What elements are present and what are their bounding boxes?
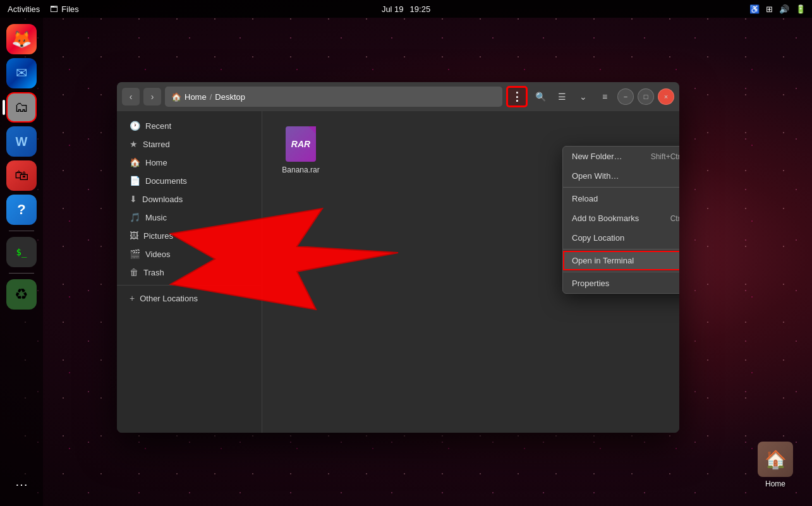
forward-button[interactable]: › <box>143 88 161 105</box>
dock-item-recycle[interactable]: ♻ <box>6 279 37 310</box>
ctx-add-bookmarks-label: Add to Bookmarks <box>572 214 639 223</box>
firefox-icon: 🦊 <box>11 30 32 49</box>
dock-item-terminal[interactable]: $_ <box>6 237 37 267</box>
dock-item-writer[interactable]: W <box>6 126 37 157</box>
terminal-icon: $_ <box>16 247 27 257</box>
ctx-separator-3 <box>563 272 679 272</box>
battery-icon[interactable]: 🔋 <box>796 4 806 14</box>
ctx-separator-1 <box>563 187 679 188</box>
app-indicator: 🗔 Files <box>50 4 78 14</box>
ctx-open-with[interactable]: Open With… <box>563 166 679 186</box>
desktop-home-label: Home <box>765 479 785 488</box>
ctx-new-folder-shortcut: Shift+Ctrl+N <box>651 152 679 161</box>
application-dock: 🦊 ✉ 🗂 W 🛍 ? $_ ♻ ⋯ <box>0 18 43 506</box>
sidebar-item-documents[interactable]: 📄 Documents <box>119 172 259 190</box>
recent-icon: 🕐 <box>130 121 140 131</box>
ctx-properties[interactable]: Properties <box>563 274 679 293</box>
file-item-banana-rar[interactable]: RAR Banana.rar <box>272 121 329 179</box>
documents-icon: 📄 <box>130 176 140 186</box>
appgrid-icon: ⋯ <box>15 477 28 492</box>
appstore-icon: 🛍 <box>15 167 28 184</box>
ctx-add-bookmarks-shortcut: Ctrl+D <box>670 214 679 223</box>
sidebar-label-documents: Documents <box>145 176 187 186</box>
ctx-copy-location-label: Copy Location <box>572 233 624 243</box>
accessibility-icon[interactable]: ♿ <box>749 4 760 14</box>
sidebar-item-home[interactable]: 🏠 Home <box>119 154 259 171</box>
desktop-home-icon: 🏠 <box>758 442 793 477</box>
thunderbird-icon: ✉ <box>16 65 27 81</box>
recycle-icon: ♻ <box>15 286 28 303</box>
back-button[interactable]: ‹ <box>122 88 140 105</box>
help-icon: ? <box>17 202 25 218</box>
view-toggle-button[interactable]: ☰ <box>553 88 571 105</box>
dock-item-appgrid[interactable]: ⋯ <box>6 469 37 500</box>
breadcrumb[interactable]: 🏠 Home / Desktop <box>165 87 502 107</box>
app-indicator-label: Files <box>61 4 78 14</box>
starred-icon: ★ <box>130 139 138 149</box>
maximize-button[interactable]: □ <box>638 88 654 105</box>
breadcrumb-current: Desktop <box>215 92 245 102</box>
app-window-icon: 🗔 <box>50 4 58 14</box>
desktop-home[interactable]: 🏠 Home <box>758 442 793 488</box>
dock-item-appstore[interactable]: 🛍 <box>6 160 37 191</box>
volume-icon[interactable]: 🔊 <box>779 4 789 14</box>
ctx-open-with-label: Open With… <box>572 171 619 181</box>
file-manager-titlebar: ‹ › 🏠 Home / Desktop ⋮ 🔍 ☰ ⌄ ≡ − □ × <box>117 82 679 111</box>
breadcrumb-separator: / <box>210 92 212 102</box>
ctx-add-bookmarks[interactable]: Add to Bookmarks Ctrl+D <box>563 208 679 228</box>
home-sidebar-icon: 🏠 <box>130 157 140 167</box>
ctx-open-terminal[interactable]: Open in Terminal <box>563 251 679 270</box>
dock-item-help[interactable]: ? <box>6 195 37 225</box>
sidebar-label-recent: Recent <box>145 121 171 131</box>
ctx-reload[interactable]: Reload F5 <box>563 189 679 208</box>
topbar-time: 19:25 <box>410 4 431 14</box>
file-icon-rar: RAR <box>286 126 316 162</box>
dock-item-files[interactable]: 🗂 <box>6 92 37 123</box>
context-menu: New Folder… Shift+Ctrl+N Open With… Relo… <box>562 146 679 294</box>
ctx-separator-2 <box>563 249 679 250</box>
view-options-button[interactable]: ⌄ <box>574 88 592 105</box>
sidebar-label-home: Home <box>145 158 167 167</box>
files-icon: 🗂 <box>15 99 28 116</box>
dock-separator <box>9 231 34 231</box>
network-icon[interactable]: ⊞ <box>766 4 773 14</box>
dock-separator-2 <box>9 273 34 274</box>
activities-button[interactable]: Activities <box>5 3 42 15</box>
dock-item-thunderbird[interactable]: ✉ <box>6 58 37 88</box>
ctx-copy-location[interactable]: Copy Location <box>563 228 679 248</box>
more-options-button[interactable]: ≡ <box>596 88 614 105</box>
topbar-system-icons: ♿ ⊞ 🔊 🔋 <box>749 4 812 14</box>
ctx-reload-label: Reload <box>572 194 598 203</box>
sidebar-label-starred: Starred <box>143 140 170 149</box>
topbar: Activities 🗔 Files Jul 19 19:25 ♿ ⊞ 🔊 🔋 <box>0 0 812 18</box>
ctx-new-folder-label: New Folder… <box>572 152 622 161</box>
menu-button[interactable]: ⋮ <box>506 86 528 107</box>
writer-icon: W <box>16 135 28 149</box>
search-button[interactable]: 🔍 <box>531 88 549 105</box>
dock-item-firefox[interactable]: 🦊 <box>6 24 37 54</box>
sidebar-item-starred[interactable]: ★ Starred <box>119 135 259 153</box>
ctx-properties-label: Properties <box>572 279 609 288</box>
file-label: Banana.rar <box>282 166 319 174</box>
home-icon: 🏠 <box>765 449 787 470</box>
ctx-new-folder[interactable]: New Folder… Shift+Ctrl+N <box>563 147 679 166</box>
close-button[interactable]: × <box>658 88 674 105</box>
svg-marker-0 <box>171 208 398 310</box>
breadcrumb-home-icon: 🏠 <box>171 92 181 102</box>
annotation-arrow <box>120 202 423 328</box>
topbar-date: Jul 19 <box>382 4 404 14</box>
breadcrumb-home-label: Home <box>185 92 207 102</box>
minimize-button[interactable]: − <box>617 88 634 105</box>
ctx-open-terminal-label: Open in Terminal <box>572 256 634 265</box>
sidebar-item-recent[interactable]: 🕐 Recent <box>119 117 259 135</box>
